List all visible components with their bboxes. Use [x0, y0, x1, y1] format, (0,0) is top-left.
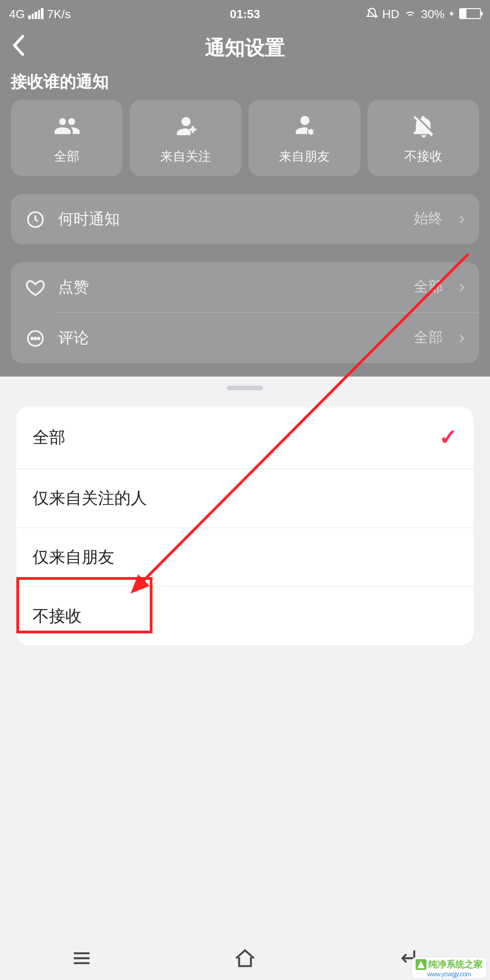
nav-home-button[interactable]	[233, 946, 257, 970]
person-swap-icon	[291, 113, 318, 140]
nav-menu-button[interactable]	[70, 946, 93, 970]
battery-icon	[459, 8, 481, 19]
sheet-option-following[interactable]: 仅来自关注的人	[16, 468, 474, 527]
clock-icon	[25, 209, 45, 229]
svg-point-3	[34, 337, 36, 339]
people-icon	[53, 113, 80, 140]
option-label: 来自朋友	[279, 149, 330, 165]
row-value: 始终	[414, 210, 443, 229]
sheet-option-label: 全部	[33, 426, 65, 448]
row-when-notify[interactable]: 何时通知 始终 ›	[11, 194, 479, 244]
watermark: 纯净系统之家 www.ycwgjy.com	[412, 957, 486, 978]
action-sheet: 全部 ✓ 仅来自关注的人 仅来自朋友 不接收	[0, 377, 490, 980]
svg-point-4	[38, 337, 40, 339]
interactions-card: 点赞 全部 › 评论 全部 ›	[11, 262, 479, 363]
chevron-right-icon: ›	[459, 210, 465, 229]
watermark-url: www.ycwgjy.com	[427, 971, 471, 977]
row-label: 何时通知	[58, 209, 401, 230]
chevron-right-icon: ›	[459, 278, 465, 297]
option-following[interactable]: 来自关注	[130, 100, 241, 176]
comment-icon	[25, 328, 45, 348]
option-label: 不接收	[404, 149, 442, 165]
option-all[interactable]: 全部	[11, 100, 122, 176]
sheet-option-label: 仅来自关注的人	[33, 487, 147, 509]
row-label: 点赞	[58, 277, 401, 298]
speed-label: 7K/s	[47, 7, 71, 20]
section-title: 接收谁的通知	[0, 69, 490, 100]
bell-off-icon	[410, 113, 437, 140]
signal-icon	[29, 8, 44, 19]
chevron-right-icon: ›	[459, 328, 465, 348]
battery-percent: 30%	[421, 7, 445, 20]
heart-icon	[25, 277, 45, 297]
option-label: 全部	[54, 149, 79, 165]
row-like[interactable]: 点赞 全部 ›	[11, 262, 479, 312]
wifi-icon	[403, 7, 417, 20]
check-icon: ✓	[439, 425, 457, 450]
option-friends[interactable]: 来自朋友	[249, 100, 360, 176]
status-bar: 4G 7K/s 01:53 HD 30%	[0, 0, 490, 27]
sheet-option-label: 不接收	[33, 605, 82, 627]
hd-label: HD	[382, 7, 399, 20]
row-value: 全部	[414, 328, 443, 348]
back-button[interactable]	[11, 33, 25, 63]
row-value: 全部	[414, 278, 443, 297]
notification-source-options: 全部 来自关注 来自朋友 不接收	[0, 100, 490, 194]
clock: 01:53	[230, 7, 260, 20]
sheet-option-label: 仅来自朋友	[33, 546, 114, 568]
row-comment[interactable]: 评论 全部 ›	[11, 313, 479, 363]
sheet-option-none[interactable]: 不接收	[16, 586, 474, 645]
sheet-handle[interactable]	[227, 386, 263, 390]
watermark-icon	[416, 959, 426, 970]
charging-icon	[448, 8, 456, 19]
page-title: 通知设置	[205, 34, 285, 62]
sheet-options: 全部 ✓ 仅来自关注的人 仅来自朋友 不接收	[16, 407, 474, 645]
person-add-icon	[172, 113, 199, 140]
row-label: 评论	[58, 328, 401, 348]
option-label: 来自关注	[160, 149, 211, 165]
page-header: 通知设置	[0, 27, 490, 69]
watermark-brand: 纯净系统之家	[428, 958, 483, 971]
sheet-option-all[interactable]: 全部 ✓	[16, 407, 474, 468]
svg-point-2	[31, 337, 33, 339]
network-label: 4G	[9, 7, 25, 20]
option-none[interactable]: 不接收	[368, 100, 479, 176]
sheet-option-friends[interactable]: 仅来自朋友	[16, 527, 474, 586]
when-card: 何时通知 始终 ›	[11, 194, 479, 244]
mute-icon	[366, 7, 378, 20]
